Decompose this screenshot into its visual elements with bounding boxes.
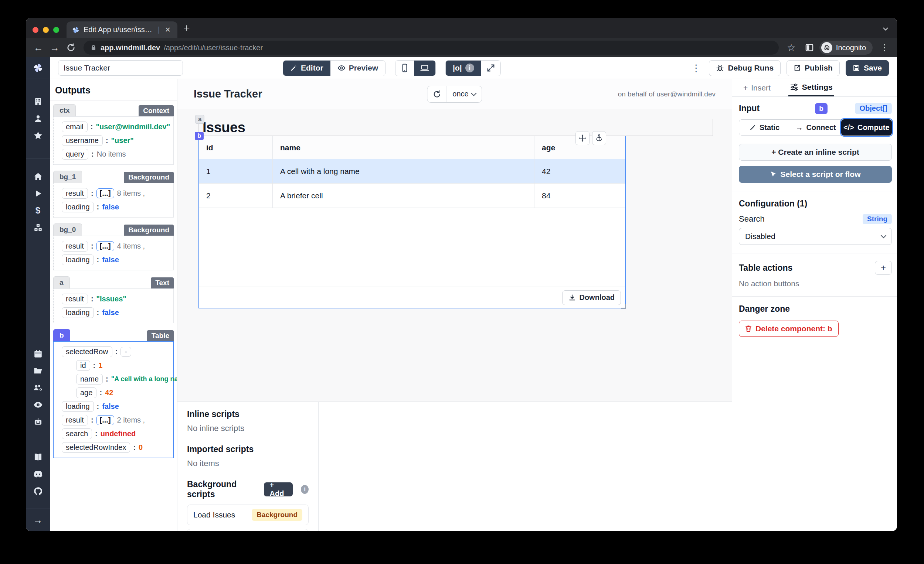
output-field[interactable]: username:"user" <box>62 134 170 147</box>
table-component[interactable]: id name age 1 A cell with a long name 42… <box>198 136 626 308</box>
url-bar[interactable]: app.windmill.dev/apps/edit/u/user/issue-… <box>84 40 779 55</box>
component-id-chip[interactable]: bg_0 <box>53 223 82 236</box>
table-row[interactable]: 2 A briefer cell 84 <box>199 184 626 208</box>
schedules-calendar-icon[interactable] <box>26 346 50 362</box>
groups-users-icon[interactable] <box>26 379 50 396</box>
bookmark-star-icon[interactable]: ☆ <box>783 43 800 52</box>
output-field[interactable]: query:No items <box>62 147 170 161</box>
output-field[interactable]: loading:false <box>62 306 170 320</box>
table-component-id-chip[interactable]: b <box>195 132 204 140</box>
create-inline-script-button[interactable]: + Create an inline script <box>739 144 892 161</box>
refresh-icon[interactable] <box>427 86 447 102</box>
home-icon[interactable] <box>26 168 50 185</box>
tab-search-chevron-icon[interactable] <box>882 25 889 32</box>
component-id-chip[interactable]: b <box>53 329 70 341</box>
url-host: app.windmill.dev <box>100 43 160 52</box>
text-component[interactable]: Issues <box>198 119 713 136</box>
static-input-button[interactable]: Static <box>739 120 790 135</box>
output-field[interactable]: loading:false <box>62 253 170 267</box>
github-icon[interactable] <box>26 483 50 500</box>
background-script-item[interactable]: Load Users Background <box>187 529 309 531</box>
folders-icon[interactable] <box>26 362 50 379</box>
component-id-chip[interactable]: ctx <box>53 104 76 116</box>
fullscreen-button[interactable] <box>481 61 501 76</box>
editor-mode-button[interactable]: Editor <box>283 61 330 76</box>
tab-settings[interactable]: Settings <box>788 79 834 96</box>
compute-input-button[interactable]: </> Compute <box>841 119 892 136</box>
component-id-chip[interactable]: bg_1 <box>53 171 82 183</box>
docs-book-icon[interactable] <box>26 449 50 466</box>
close-window-button[interactable] <box>33 27 39 33</box>
array-expand-chip[interactable]: [...] <box>96 241 114 251</box>
delete-component-button[interactable]: Delete component: b <box>739 320 838 337</box>
output-field[interactable]: result:"Issues" <box>62 292 170 306</box>
debug-runs-button[interactable]: Debug Runs <box>709 60 781 76</box>
side-panel-icon[interactable] <box>805 43 814 52</box>
more-options-icon[interactable]: ⋮ <box>689 63 703 74</box>
mobile-view-button[interactable] <box>396 61 414 76</box>
output-field[interactable]: age:42 <box>76 386 170 399</box>
select-script-or-flow-button[interactable]: Select a script or flow <box>739 166 892 183</box>
output-field[interactable]: loading:false <box>62 200 170 214</box>
discord-icon[interactable] <box>26 466 50 483</box>
audit-logs-eye-icon[interactable] <box>26 396 50 413</box>
refresh-mode-dropdown[interactable]: once <box>447 86 482 102</box>
save-button[interactable]: Save <box>846 60 889 76</box>
array-expand-chip[interactable]: [...] <box>96 415 114 425</box>
reload-icon[interactable] <box>63 43 79 52</box>
chevron-down-icon <box>471 90 477 96</box>
back-icon[interactable]: ← <box>30 43 46 52</box>
output-field[interactable]: result:[...]8 items , <box>62 187 170 200</box>
publish-button[interactable]: Publish <box>786 60 840 76</box>
download-button[interactable]: Download <box>562 290 621 305</box>
connect-input-button[interactable]: → Connect <box>790 120 841 135</box>
user-icon[interactable] <box>26 110 50 127</box>
output-field[interactable]: result:[...]4 items , <box>62 239 170 253</box>
search-mode-select[interactable]: Disabled <box>739 228 892 245</box>
output-field[interactable]: selectedRowIndex:0 <box>62 441 170 454</box>
output-field[interactable]: loading:false <box>62 399 170 413</box>
array-expand-chip[interactable]: [...] <box>96 188 114 198</box>
divider <box>732 191 897 191</box>
close-tab-icon[interactable]: ✕ <box>164 25 172 35</box>
output-field[interactable]: name:"A cell with a long name" <box>76 372 170 386</box>
zoom-window-button[interactable] <box>53 27 59 33</box>
workspace-icon[interactable] <box>26 93 50 110</box>
add-table-action-button[interactable]: + <box>875 261 892 275</box>
minimize-window-button[interactable] <box>43 27 49 33</box>
add-background-script-button[interactable]: + Add <box>264 482 293 497</box>
collapse-sidebar-arrow-icon[interactable]: → <box>26 509 50 531</box>
scripts-empty-area <box>319 402 732 531</box>
preview-mode-button[interactable]: Preview <box>330 61 385 76</box>
browser-menu-icon[interactable]: ⋮ <box>878 42 891 53</box>
ai-robot-icon[interactable] <box>26 413 50 430</box>
variables-dollar-icon[interactable]: $ <box>26 202 50 219</box>
resources-blocks-icon[interactable] <box>26 219 50 236</box>
output-field[interactable]: id:1 <box>76 359 170 372</box>
column-header[interactable]: name <box>273 136 534 159</box>
anchor-component-icon[interactable] <box>592 131 606 145</box>
output-field[interactable]: search:undefined <box>62 427 170 441</box>
text-component-id-chip[interactable]: a <box>195 115 204 124</box>
background-script-item[interactable]: Load Issues Background <box>187 504 309 525</box>
tab-insert[interactable]: + Insert <box>742 79 772 96</box>
column-header[interactable]: id <box>199 136 273 159</box>
output-field[interactable]: result:[...]2 items , <box>62 413 170 427</box>
desktop-view-button[interactable] <box>414 61 435 76</box>
output-field[interactable]: email:"user@windmill.dev" <box>62 120 170 134</box>
resize-handle[interactable] <box>621 304 626 309</box>
component-id-chip[interactable]: a <box>53 276 70 289</box>
favorites-star-icon[interactable] <box>26 127 50 144</box>
app-canvas[interactable]: a Issues b <box>177 109 732 401</box>
new-tab-button[interactable]: + <box>177 22 196 38</box>
component-outputs-toggle-button[interactable]: |o| i <box>446 61 481 76</box>
runs-play-icon[interactable] <box>26 185 50 202</box>
output-field[interactable]: selectedRow:- <box>62 345 170 359</box>
move-component-icon[interactable] <box>576 131 590 145</box>
browser-tab[interactable]: Edit App u/user/issue-tracker | ✕ <box>66 21 177 38</box>
table-row-selected[interactable]: 1 A cell with a long name 42 <box>199 159 626 184</box>
incognito-badge[interactable]: Incognito <box>819 40 873 55</box>
forward-icon[interactable]: → <box>46 43 63 52</box>
windmill-logo-icon[interactable] <box>26 57 50 79</box>
app-name-input[interactable] <box>58 60 183 76</box>
